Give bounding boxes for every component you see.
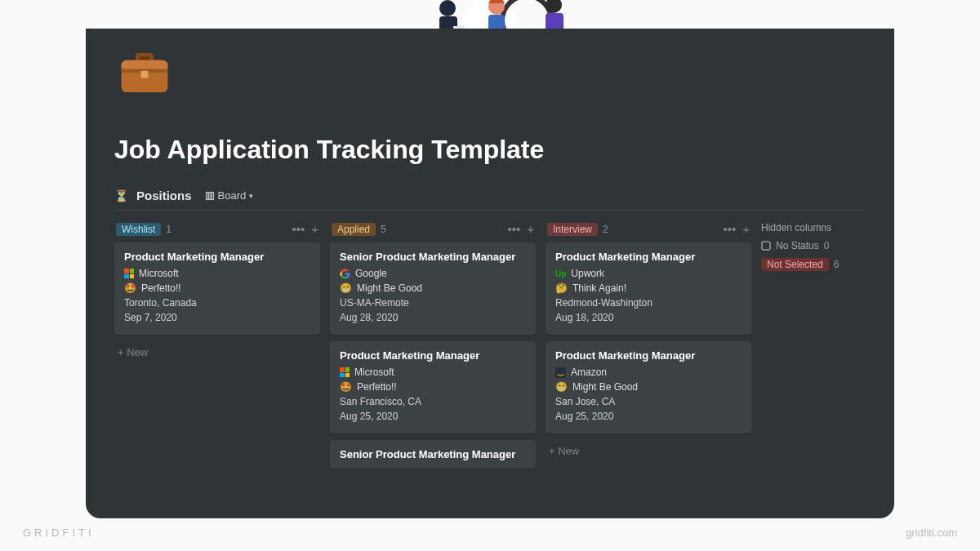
column-count: 5 (381, 224, 386, 235)
upwork-icon: Up (555, 269, 566, 278)
microsoft-icon (124, 269, 134, 278)
column-interview: Interview 2 ••• + Product Marketing Mana… (546, 220, 751, 462)
card-title: Senior Product Marketing Manager (340, 251, 526, 263)
card-title: Product Marketing Manager (124, 251, 310, 263)
column-header: Applied 5 ••• + (330, 220, 536, 242)
column-tag-interview[interactable]: Interview (547, 223, 598, 236)
fit-emoji: 🤔 (555, 282, 568, 294)
card[interactable]: Senior Product Marketing Manager (330, 440, 536, 469)
card[interactable]: Product Marketing Manager Microsoft 🤩 Pe… (330, 341, 536, 433)
card[interactable]: Product Marketing Manager Amazon 😁 Might… (546, 341, 751, 433)
view-row: ⏳ Positions Board ▾ (114, 188, 866, 211)
footer-url: gridfiti.com (906, 527, 957, 539)
add-icon[interactable]: + (742, 222, 750, 236)
hidden-row-count: 0 (824, 240, 830, 251)
plus-icon: + (118, 346, 124, 358)
fit-emoji: 🤩 (340, 381, 352, 393)
card-date: Aug 18, 2020 (555, 312, 742, 323)
microsoft-icon (340, 367, 350, 377)
card-fit: Perfetto!! (357, 381, 397, 393)
more-icon[interactable]: ••• (723, 222, 736, 236)
add-icon[interactable]: + (311, 222, 318, 236)
column-tag-applied[interactable]: Applied (332, 223, 376, 236)
chevron-down-icon: ▾ (249, 192, 253, 200)
page-title: Job Application Tracking Template (114, 135, 866, 165)
card[interactable]: Product Marketing Manager Up Upwork 🤔 Th… (546, 242, 751, 335)
card-company: Upwork (571, 268, 604, 279)
fit-emoji: 🤩 (124, 282, 136, 294)
view-label: Board (218, 189, 247, 202)
card-company: Amazon (571, 367, 607, 378)
google-icon (340, 269, 350, 279)
column-tag-not-selected: Not Selected (761, 258, 829, 271)
more-icon[interactable]: ••• (507, 222, 520, 236)
hidden-row-no-status[interactable]: No Status 0 (761, 240, 866, 251)
fit-emoji: 😁 (555, 381, 568, 393)
column-tag-wishlist[interactable]: Wishlist (116, 223, 161, 236)
board-icon (205, 191, 215, 201)
column-count: 1 (166, 224, 172, 235)
card-company: Microsoft (354, 367, 394, 378)
briefcase-icon (116, 44, 173, 101)
app-window: Job Application Tracking Template ⏳ Posi… (86, 29, 894, 518)
svg-rect-21 (212, 192, 213, 199)
column-applied: Applied 5 ••• + Senior Product Marketing… (330, 220, 536, 475)
more-icon[interactable]: ••• (292, 222, 305, 236)
empty-status-icon (761, 241, 771, 251)
card-fit: Think Again! (572, 282, 626, 294)
card-fit: Perfetto!! (141, 282, 181, 294)
card-date: Sep 7, 2020 (124, 312, 310, 323)
hidden-columns: Hidden columns No Status 0 Not Selected … (761, 220, 866, 278)
card-date: Aug 28, 2020 (340, 312, 526, 323)
card[interactable]: Product Marketing Manager Microsoft 🤩 Pe… (114, 242, 320, 335)
hidden-row-count: 6 (834, 259, 840, 270)
svg-point-7 (488, 0, 505, 15)
amazon-icon (555, 367, 566, 378)
fit-emoji: 😁 (340, 282, 352, 294)
svg-rect-23 (762, 242, 770, 250)
new-card-button[interactable]: + New (546, 440, 751, 462)
card-title: Product Marketing Manager (340, 349, 526, 362)
card-fit: Might Be Good (572, 381, 638, 393)
svg-rect-19 (206, 192, 207, 199)
column-count: 2 (603, 224, 608, 235)
card-title: Product Marketing Manager (555, 251, 742, 263)
card-location: Toronto, Canada (124, 297, 310, 309)
card-company: Microsoft (139, 268, 179, 279)
card-location: Redmond-Washington (555, 297, 742, 309)
card-location: San Francisco, CA (340, 396, 526, 407)
card-fit: Might Be Good (357, 282, 422, 294)
footer: GRIDFITI gridfiti.com (23, 527, 957, 539)
card[interactable]: Senior Product Marketing Manager Google … (330, 242, 536, 335)
column-wishlist: Wishlist 1 ••• + Product Marketing Manag… (114, 220, 320, 363)
svg-point-4 (439, 0, 456, 16)
svg-rect-22 (555, 367, 566, 378)
card-company: Google (355, 268, 387, 279)
card-title: Product Marketing Manager (555, 349, 742, 362)
database-icon: ⏳ (114, 189, 128, 202)
view-picker[interactable]: Board ▾ (200, 188, 259, 203)
hidden-row-not-selected[interactable]: Not Selected 6 (761, 258, 866, 271)
column-header: Wishlist 1 ••• + (114, 220, 320, 242)
card-date: Aug 25, 2020 (555, 411, 742, 422)
card-location: US-MA-Remote (340, 297, 526, 309)
column-header: Interview 2 ••• + (546, 220, 751, 242)
hidden-columns-title: Hidden columns (761, 222, 866, 233)
footer-brand: GRIDFITI (23, 527, 95, 539)
database-name: Positions (136, 189, 192, 202)
hidden-row-label: No Status (776, 240, 819, 251)
card-date: Aug 25, 2020 (340, 411, 526, 422)
plus-icon: + (549, 445, 555, 457)
card-location: San Jose, CA (555, 396, 742, 407)
svg-rect-18 (141, 71, 149, 78)
board: Wishlist 1 ••• + Product Marketing Manag… (114, 220, 866, 475)
card-title: Senior Product Marketing Manager (340, 448, 526, 460)
add-icon[interactable]: + (527, 222, 534, 236)
svg-point-10 (546, 0, 562, 13)
new-card-button[interactable]: + New (114, 341, 320, 363)
svg-rect-20 (208, 192, 210, 199)
